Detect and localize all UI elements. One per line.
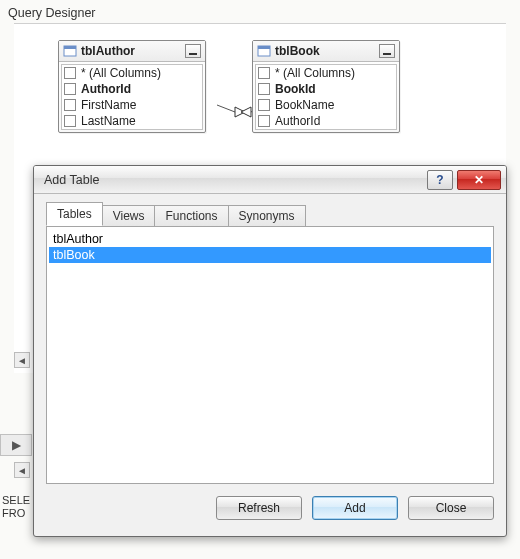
column-item[interactable]: FirstName xyxy=(62,97,202,113)
column-label: LastName xyxy=(81,114,136,128)
column-label: BookName xyxy=(275,98,334,112)
add-table-dialog: Add Table ? ✕ Tables Views Functions Syn… xyxy=(33,165,507,537)
tab-functions[interactable]: Functions xyxy=(154,205,228,227)
table-icon xyxy=(257,45,271,57)
column-label: * (All Columns) xyxy=(81,66,161,80)
column-checkbox[interactable] xyxy=(258,83,270,95)
column-checkbox[interactable] xyxy=(64,67,76,79)
add-button[interactable]: Add xyxy=(312,496,398,520)
table-name: tblAuthor xyxy=(81,44,185,58)
table-name: tblBook xyxy=(275,44,379,58)
column-item[interactable]: AuthorId xyxy=(62,81,202,97)
tab-synonyms[interactable]: Synonyms xyxy=(228,205,306,227)
refresh-button[interactable]: Refresh xyxy=(216,496,302,520)
column-checkbox[interactable] xyxy=(64,115,76,127)
table-header[interactable]: tblAuthor xyxy=(59,41,205,62)
svg-line-2 xyxy=(217,105,235,112)
column-label: AuthorId xyxy=(81,82,131,96)
dialog-button-row: Refresh Add Close xyxy=(34,484,506,532)
column-item[interactable]: LastName xyxy=(62,113,202,129)
table-icon xyxy=(63,45,77,57)
scroll-left-icon[interactable]: ◄ xyxy=(14,462,30,478)
column-label: FirstName xyxy=(81,98,136,112)
column-item[interactable]: * (All Columns) xyxy=(256,65,396,81)
dialog-titlebar[interactable]: Add Table ? ✕ xyxy=(34,166,506,194)
column-item[interactable]: * (All Columns) xyxy=(62,65,202,81)
close-button[interactable]: Close xyxy=(408,496,494,520)
column-checkbox[interactable] xyxy=(258,67,270,79)
column-checkbox[interactable] xyxy=(64,83,76,95)
column-item[interactable]: BookId xyxy=(256,81,396,97)
minimize-button[interactable] xyxy=(379,44,395,58)
tab-tables[interactable]: Tables xyxy=(46,202,103,226)
list-item[interactable]: tblBook xyxy=(49,247,491,263)
scroll-left-icon[interactable]: ◄ xyxy=(14,352,30,368)
table-box-tblauthor[interactable]: tblAuthor * (All Columns) AuthorId First… xyxy=(58,40,206,133)
tab-strip: Tables Views Functions Synonyms xyxy=(46,204,494,226)
svg-rect-1 xyxy=(64,46,76,49)
list-item[interactable]: tblAuthor xyxy=(49,231,491,247)
dialog-body: Tables Views Functions Synonyms tblAutho… xyxy=(34,194,506,484)
svg-marker-5 xyxy=(241,107,251,117)
tab-views[interactable]: Views xyxy=(102,205,156,227)
grid-row-indicator[interactable]: ▶ xyxy=(0,434,32,456)
column-item[interactable]: BookName xyxy=(256,97,396,113)
column-list[interactable]: * (All Columns) AuthorId FirstName LastN… xyxy=(61,64,203,130)
column-item[interactable]: AuthorId xyxy=(256,113,396,129)
help-button[interactable]: ? xyxy=(427,170,453,190)
dialog-title: Add Table xyxy=(44,173,427,187)
column-list[interactable]: * (All Columns) BookId BookName AuthorId xyxy=(255,64,397,130)
column-checkbox[interactable] xyxy=(64,99,76,111)
column-label: BookId xyxy=(275,82,316,96)
table-header[interactable]: tblBook xyxy=(253,41,399,62)
tables-list[interactable]: tblAuthor tblBook xyxy=(46,226,494,484)
table-box-tblbook[interactable]: tblBook * (All Columns) BookId BookName … xyxy=(252,40,400,133)
column-checkbox[interactable] xyxy=(258,99,270,111)
minimize-button[interactable] xyxy=(185,44,201,58)
column-label: * (All Columns) xyxy=(275,66,355,80)
column-checkbox[interactable] xyxy=(258,115,270,127)
designer-title: Query Designer xyxy=(0,0,520,23)
svg-rect-7 xyxy=(258,46,270,49)
sql-preview: SELE FRO xyxy=(2,494,30,520)
window-close-button[interactable]: ✕ xyxy=(457,170,501,190)
column-label: AuthorId xyxy=(275,114,320,128)
